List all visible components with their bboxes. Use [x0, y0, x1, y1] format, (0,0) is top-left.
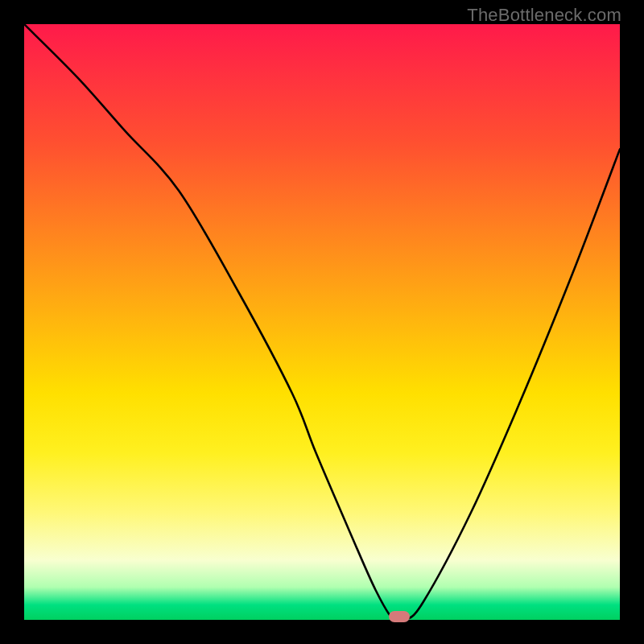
watermark-text: TheBottleneck.com — [467, 5, 621, 26]
chart-frame: TheBottleneck.com — [0, 0, 644, 644]
optimal-marker — [389, 611, 410, 622]
curve-svg — [24, 24, 620, 620]
plot-area — [24, 24, 620, 620]
bottleneck-curve — [24, 24, 620, 620]
